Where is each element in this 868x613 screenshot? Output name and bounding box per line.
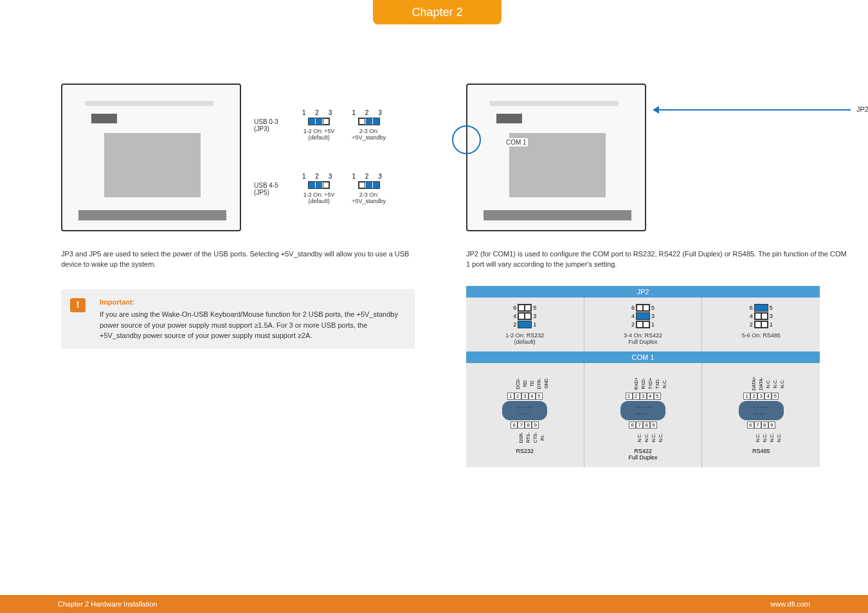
jumper-pin — [755, 321, 761, 328]
motherboard-image-right — [466, 84, 646, 231]
jumper-pin — [761, 321, 768, 328]
jp2-jumper-row: 65 — [631, 304, 655, 312]
jp2-arrow: JP2 — [658, 109, 851, 111]
jumper-pin-numbers: 1 2 3 — [352, 109, 386, 116]
jumper-pin — [525, 313, 531, 319]
jumper-group: USB 4-5 (JP5)1 2 31-2 On: +5V (default)1… — [254, 173, 386, 204]
com-top-pin-labels: DATA+DATA-N.C.N.C.N.C. — [743, 375, 779, 393]
left-column: USB 0-3 (JP3)1 2 31-2 On: +5V (default)1… — [61, 84, 415, 467]
com-connector-diagram: RXD+RXD-TXD+TXD-N.C.123456789N.C.N.C.N.C… — [620, 375, 665, 461]
pin-num-right: 3 — [651, 313, 655, 319]
jumper-option-desc: 1-2 On: +5V (default) — [303, 191, 335, 204]
com-mode-label: RS232 — [516, 448, 534, 454]
com-bottom-pin-nums: 6789 — [747, 422, 775, 429]
jumper-pin — [643, 321, 649, 328]
com-pin-num: 2 — [750, 393, 757, 400]
jp2-option-cell: 6543211-2 On: RS232 (default) — [466, 298, 584, 351]
com1-label: COM 1 — [505, 138, 528, 147]
jp2-label: JP2 — [856, 105, 868, 113]
pin-num-left: 4 — [631, 313, 635, 319]
com-pin-num: 6 — [747, 422, 754, 429]
jp2-pin-pair — [518, 312, 532, 320]
com-pin-num: 1 — [626, 393, 633, 400]
right-column: COM 1 JP2 JP2 (for COM1) is used to conf… — [466, 84, 851, 467]
com-pin-num: 7 — [518, 422, 525, 429]
content-area: USB 0-3 (JP3)1 2 31-2 On: +5V (default)1… — [61, 84, 833, 467]
pin-num-right: 3 — [533, 313, 536, 319]
com-pin-num: 1 — [507, 393, 514, 400]
jumper-pins — [358, 181, 380, 189]
pin-num-left: 2 — [513, 321, 516, 328]
jumper-pin — [366, 182, 372, 188]
jp2-option-cell: 6543215-6 On: RS485 — [702, 298, 820, 351]
jp2-pin-pair — [518, 304, 532, 312]
pin-num-right: 5 — [770, 305, 773, 311]
jumper-pin — [643, 305, 649, 311]
jumper-pin — [323, 182, 329, 188]
com1-circle-callout — [452, 125, 481, 154]
jp2-options-row: 6543211-2 On: RS232 (default)6543213-4 O… — [466, 298, 820, 351]
jp2-description: JP2 (for COM1) is used to configure the … — [466, 249, 851, 270]
page-footer: Chapter 2 Hardware Installation www.dfi.… — [0, 595, 868, 613]
com-pin-num: 1 — [743, 393, 750, 400]
jp2-pin-pair — [754, 321, 768, 328]
jumper-pin — [518, 321, 525, 328]
com-pin-num: 4 — [764, 393, 772, 400]
jumper-pin-numbers: 1 2 3 — [352, 173, 386, 180]
jumper-option: 1 2 31-2 On: +5V (default) — [302, 109, 336, 141]
jumper-group-label: USB 0-3 (JP3) — [254, 118, 286, 132]
important-text: If you are using the Wake-On-USB Keyboar… — [100, 309, 407, 341]
com-port-body — [620, 401, 665, 420]
jumper-pin — [518, 313, 525, 319]
com-pin-num: 2 — [633, 393, 640, 400]
jp2-table: JP2 6543211-2 On: RS232 (default)6543213… — [466, 286, 820, 467]
pin-num-right: 1 — [651, 321, 655, 328]
com-pin-num: 5 — [654, 393, 661, 400]
jp2-jumper-row: 21 — [750, 321, 773, 328]
com-pin-num: 4 — [529, 393, 536, 400]
com-pin-num: 3 — [640, 393, 647, 400]
jumper-pin — [316, 182, 322, 188]
jumper-option-desc: 2-3 On: +5V_standby — [352, 191, 386, 204]
left-board-area: USB 0-3 (JP3)1 2 31-2 On: +5V (default)1… — [61, 84, 415, 231]
com-pin-num: 5 — [772, 393, 779, 400]
jp2-pin-pair — [754, 304, 768, 312]
pin-num-left: 2 — [631, 321, 635, 328]
com-pin-num: 5 — [536, 393, 543, 400]
pin-num-left: 4 — [750, 313, 753, 319]
jumper-group: USB 0-3 (JP3)1 2 31-2 On: +5V (default)1… — [254, 109, 386, 141]
com-mode-cell: DCD-RDTDDTR-GND123456789DSR-RTS-CTS-RI-R… — [466, 363, 584, 467]
jumper-pin — [761, 305, 768, 311]
footer-left: Chapter 2 Hardware Installation — [58, 600, 158, 608]
pin-num-right: 1 — [533, 321, 536, 328]
com-top-pin-labels: DCD-RDTDDTR-GND — [507, 375, 543, 393]
jumper-pins — [308, 118, 330, 125]
jumper-pin — [637, 305, 643, 311]
com-pin-num: 7 — [754, 422, 761, 429]
com-pin-signal: N.C. — [766, 380, 784, 387]
important-title: Important: — [100, 297, 407, 308]
jumper-pin — [359, 118, 365, 125]
com-mode-cell: DATA+DATA-N.C.N.C.N.C.123456789N.C.N.C.N… — [702, 363, 820, 467]
com-pin-num: 8 — [525, 422, 532, 429]
jp2-jumper-diagram: 654321 — [750, 304, 773, 328]
jp2-jumper-row: 65 — [513, 304, 536, 312]
jp2-option-cell: 6543213-4 On: RS422 Full Duplex — [584, 298, 703, 351]
jumper-pin — [755, 305, 761, 311]
jp2-jumper-row: 21 — [631, 321, 655, 328]
jumper-pin — [637, 313, 643, 319]
jumper-option-desc: 2-3 On: +5V_standby — [352, 128, 386, 141]
com-pin-num: 6 — [511, 422, 518, 429]
com-pin-num: 3 — [757, 393, 764, 400]
com-pin-signal: RI- — [527, 434, 545, 441]
com-top-pin-nums: 12345 — [507, 393, 543, 400]
com-top-pin-nums: 12345 — [743, 393, 779, 400]
jumper-pin — [637, 321, 643, 328]
jumper-pins — [308, 181, 330, 189]
com1-table-header: COM 1 — [466, 351, 820, 363]
pin-num-left: 2 — [750, 321, 753, 328]
jp2-option-label: 1-2 On: RS232 (default) — [505, 332, 544, 345]
pin-num-left: 4 — [513, 313, 516, 319]
jp2-jumper-diagram: 654321 — [631, 304, 655, 328]
com-bottom-pin-labels: DSR-RTS-CTS-RI- — [511, 429, 539, 447]
